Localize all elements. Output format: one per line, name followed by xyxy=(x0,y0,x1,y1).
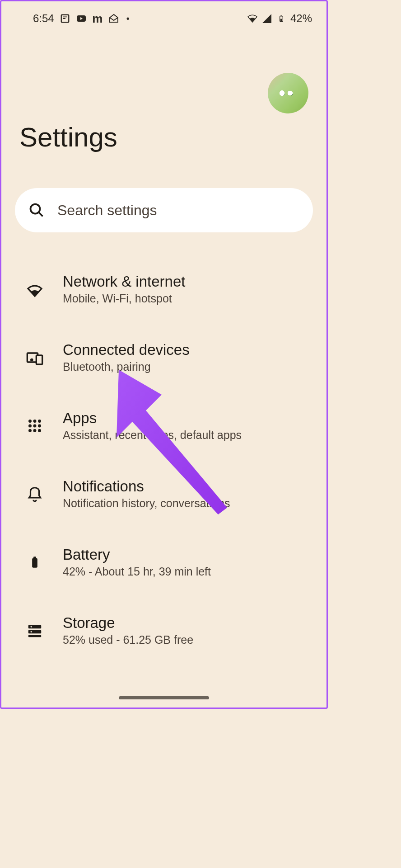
svg-point-28 xyxy=(31,631,32,632)
battery-icon xyxy=(276,13,287,24)
wifi-icon xyxy=(26,280,44,298)
item-subtitle: Assistant, recent apps, default apps xyxy=(63,429,242,442)
svg-rect-25 xyxy=(28,630,42,633)
search-icon xyxy=(28,202,45,218)
item-subtitle: Notification history, conversations xyxy=(63,497,230,510)
status-bar: 6:54 m • 42% xyxy=(1,1,326,28)
contact-card-icon xyxy=(60,13,70,24)
svg-point-19 xyxy=(28,429,32,432)
battery-item[interactable]: Battery 42% - About 15 hr, 39 min left xyxy=(1,528,326,596)
svg-point-7 xyxy=(31,204,40,214)
settings-list: Network & internet Mobile, Wi-Fi, hotspo… xyxy=(1,255,326,665)
profile-avatar[interactable] xyxy=(268,73,308,113)
svg-rect-5 xyxy=(280,15,282,16)
svg-point-13 xyxy=(28,420,32,423)
youtube-icon xyxy=(76,13,87,24)
svg-point-9 xyxy=(34,292,36,295)
svg-line-8 xyxy=(39,212,43,217)
item-title: Network & internet xyxy=(63,273,185,290)
mail-icon xyxy=(108,13,119,24)
bell-icon xyxy=(26,485,44,503)
status-right: 42% xyxy=(247,12,312,25)
svg-point-15 xyxy=(38,420,41,423)
storage-item[interactable]: Storage 52% used - 61.25 GB free xyxy=(1,596,326,665)
search-placeholder: Search settings xyxy=(57,202,157,219)
battery-percent: 42% xyxy=(290,12,312,25)
wifi-icon xyxy=(247,13,258,24)
item-title: Connected devices xyxy=(63,341,190,359)
status-time: 6:54 xyxy=(33,12,54,25)
item-text: Notifications Notification history, conv… xyxy=(63,478,230,510)
svg-point-17 xyxy=(33,424,37,427)
svg-point-27 xyxy=(31,626,32,627)
apps-grid-icon xyxy=(26,417,44,435)
connected-devices-item[interactable]: Connected devices Bluetooth, pairing xyxy=(1,323,326,392)
item-text: Battery 42% - About 15 hr, 39 min left xyxy=(63,546,211,578)
item-title: Battery xyxy=(63,546,211,563)
item-text: Connected devices Bluetooth, pairing xyxy=(63,341,190,373)
status-left: 6:54 m • xyxy=(33,12,130,25)
item-subtitle: Mobile, Wi-Fi, hotspot xyxy=(63,292,185,305)
item-text: Network & internet Mobile, Wi-Fi, hotspo… xyxy=(63,273,185,305)
page-title: Settings xyxy=(1,113,326,153)
item-title: Apps xyxy=(63,410,242,427)
network-internet-item[interactable]: Network & internet Mobile, Wi-Fi, hotspo… xyxy=(1,255,326,323)
svg-point-18 xyxy=(38,424,41,427)
svg-point-12 xyxy=(31,359,33,360)
item-title: Notifications xyxy=(63,478,230,495)
svg-rect-23 xyxy=(33,557,36,559)
devices-icon xyxy=(26,349,44,367)
svg-point-16 xyxy=(28,424,32,427)
svg-rect-11 xyxy=(36,355,42,364)
svg-rect-24 xyxy=(28,625,42,628)
notifications-item[interactable]: Notifications Notification history, conv… xyxy=(1,460,326,528)
item-subtitle: 52% used - 61.25 GB free xyxy=(63,633,193,646)
m-icon: m xyxy=(92,13,103,24)
item-title: Storage xyxy=(63,614,193,632)
signal-icon xyxy=(261,13,272,24)
svg-rect-22 xyxy=(32,558,37,567)
header xyxy=(1,28,326,113)
item-text: Storage 52% used - 61.25 GB free xyxy=(63,614,193,646)
dot-icon: • xyxy=(126,14,130,24)
nav-bar-handle[interactable] xyxy=(119,696,209,699)
search-bar[interactable]: Search settings xyxy=(15,188,313,232)
item-text: Apps Assistant, recent apps, default app… xyxy=(63,410,242,442)
svg-rect-26 xyxy=(28,635,42,637)
svg-point-20 xyxy=(33,429,37,432)
item-subtitle: Bluetooth, pairing xyxy=(63,360,190,373)
battery-icon xyxy=(26,553,44,571)
svg-point-21 xyxy=(38,429,41,432)
svg-rect-6 xyxy=(280,19,282,21)
item-subtitle: 42% - About 15 hr, 39 min left xyxy=(63,565,211,578)
svg-point-14 xyxy=(33,420,37,423)
storage-icon xyxy=(26,622,44,640)
apps-item[interactable]: Apps Assistant, recent apps, default app… xyxy=(1,392,326,460)
